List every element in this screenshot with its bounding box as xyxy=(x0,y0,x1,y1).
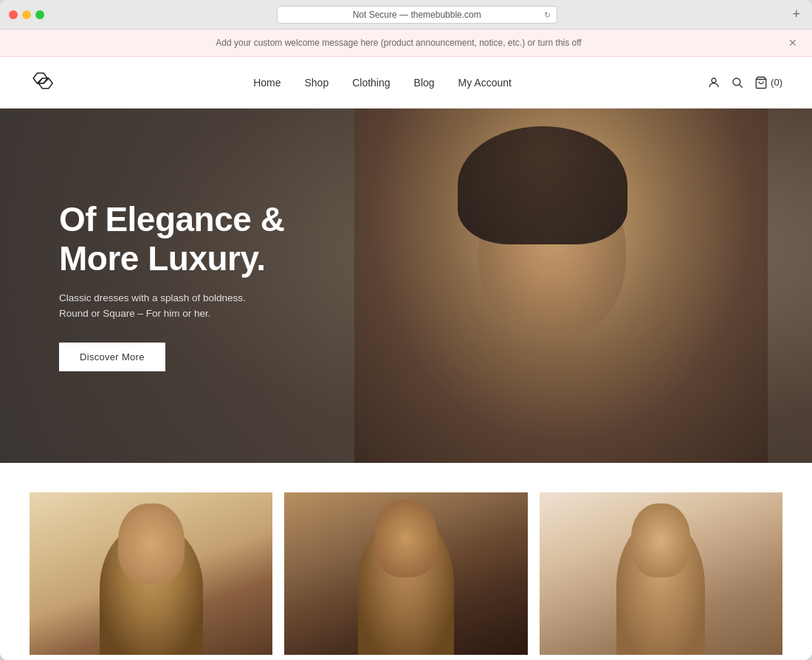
svg-point-4 xyxy=(712,78,716,83)
site-header: Home Shop Clothing Blog My Account xyxy=(0,57,812,109)
products-section xyxy=(0,463,812,655)
cart-icon xyxy=(754,76,768,89)
nav-home[interactable]: Home xyxy=(253,77,281,89)
notice-bar: Add your custom welcome message here (pr… xyxy=(0,30,812,57)
refresh-icon[interactable]: ↻ xyxy=(544,10,551,19)
products-grid xyxy=(30,492,782,655)
cart-icon-button[interactable]: (0) xyxy=(754,76,782,89)
hero-cta-button[interactable]: Discover More xyxy=(59,343,165,371)
cart-count: (0) xyxy=(771,77,782,88)
browser-titlebar: Not Secure — themebubble.com ↻ + xyxy=(0,0,812,30)
hero-subtitle: Classic dresses with a splash of boldnes… xyxy=(59,290,325,322)
product-card[interactable] xyxy=(30,492,272,655)
address-bar[interactable]: Not Secure — themebubble.com ↻ xyxy=(277,6,557,24)
search-icon xyxy=(731,76,744,89)
account-icon-button[interactable] xyxy=(707,76,720,89)
notice-bar-message: Add your custom welcome message here (pr… xyxy=(12,38,785,48)
logo-wrap[interactable] xyxy=(30,72,58,94)
site-content: Add your custom welcome message here (pr… xyxy=(0,30,812,655)
nav-shop[interactable]: Shop xyxy=(304,77,328,89)
minimize-button[interactable] xyxy=(22,10,31,19)
nav-blog[interactable]: Blog xyxy=(414,77,435,89)
svg-point-5 xyxy=(733,78,740,86)
main-nav: Home Shop Clothing Blog My Account xyxy=(253,77,512,89)
hero-section: Of Elegance & More Luxury. Classic dress… xyxy=(0,109,812,463)
account-icon xyxy=(707,76,720,89)
hero-content: Of Elegance & More Luxury. Classic dress… xyxy=(0,200,384,371)
hero-title: Of Elegance & More Luxury. xyxy=(59,200,325,278)
product-image-1 xyxy=(30,492,272,655)
close-button[interactable] xyxy=(9,10,18,19)
product-card[interactable] xyxy=(540,492,782,655)
nav-clothing[interactable]: Clothing xyxy=(352,77,390,89)
url-text: Not Secure — themebubble.com xyxy=(353,10,481,20)
notice-bar-close-button[interactable]: ✕ xyxy=(785,37,800,49)
product-image-3 xyxy=(540,492,782,655)
new-tab-button[interactable]: + xyxy=(789,7,803,22)
traffic-lights xyxy=(9,10,44,19)
address-bar-wrap: Not Secure — themebubble.com ↻ xyxy=(50,6,783,24)
browser-window: Not Secure — themebubble.com ↻ + Add you… xyxy=(0,0,812,660)
nav-icons: (0) xyxy=(707,76,782,89)
logo-icon xyxy=(30,72,58,94)
search-icon-button[interactable] xyxy=(731,76,744,89)
hero-person-image xyxy=(354,109,768,463)
maximize-button[interactable] xyxy=(35,10,44,19)
nav-my-account[interactable]: My Account xyxy=(458,77,512,89)
svg-line-6 xyxy=(740,84,743,87)
product-image-2 xyxy=(284,492,527,655)
product-card[interactable] xyxy=(284,492,527,655)
